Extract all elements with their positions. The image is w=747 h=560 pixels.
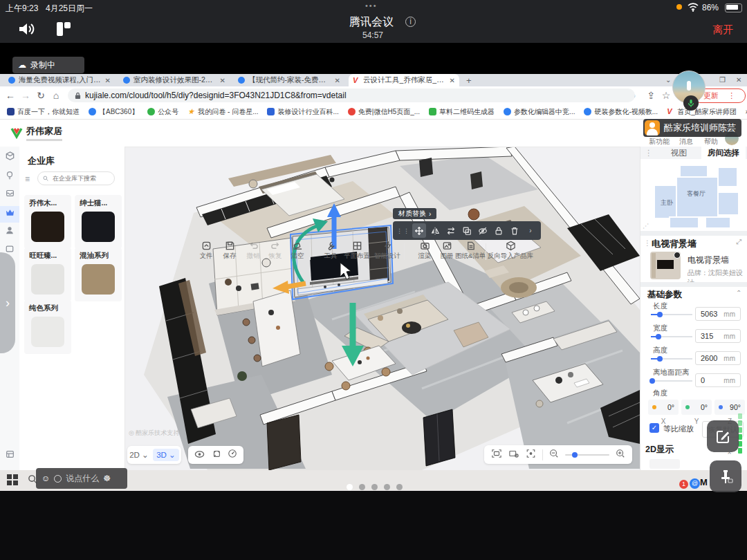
mirror-icon[interactable] — [428, 223, 442, 238]
walk-speed-icon[interactable] — [228, 449, 237, 461]
meeting-chat-bar[interactable]: ☺ 说点什么 ☸ — [36, 468, 127, 489]
3d-viewport-scene[interactable] — [124, 147, 640, 470]
model-library-icon[interactable] — [0, 151, 19, 164]
tab-close-icon[interactable]: ✕ — [105, 77, 111, 84]
mode-3d-button[interactable]: 3D ⌄ — [153, 449, 179, 461]
material-card[interactable]: 绅士猫... — [75, 195, 122, 249]
share-icon[interactable]: ⇪ — [643, 90, 658, 101]
zoom-in-icon[interactable] — [616, 449, 625, 461]
copy-icon[interactable] — [460, 223, 474, 238]
list-view-icon[interactable]: ≡ — [25, 174, 30, 184]
window-close-icon[interactable]: ✕ — [736, 76, 741, 84]
page-dot[interactable] — [371, 484, 378, 490]
tab-close-icon[interactable]: ✕ — [335, 77, 340, 84]
emoji-icon[interactable]: ☺ — [42, 474, 50, 483]
bookmark[interactable]: 参数化编辑器中竞... — [504, 107, 575, 117]
bookmark-star-icon[interactable]: ☆ — [658, 90, 674, 101]
enterprise-crown-icon[interactable] — [0, 207, 19, 220]
pin-tool[interactable] — [710, 460, 741, 492]
back-icon[interactable]: ← — [3, 90, 18, 101]
delete-trash-icon[interactable] — [508, 223, 522, 238]
page-dot[interactable] — [396, 484, 403, 490]
drag-handle-icon[interactable]: ⋮⋮ — [396, 223, 410, 238]
zoom-slider[interactable] — [565, 454, 609, 456]
page-dot[interactable] — [384, 484, 390, 490]
window-restore-icon[interactable]: ❐ — [719, 76, 726, 84]
bookmark[interactable]: 草料二维码生成器 — [429, 107, 495, 117]
resize-handle-icon[interactable]: ⋱ — [643, 223, 649, 230]
orbit-cube-icon[interactable] — [212, 449, 221, 461]
bookmark[interactable]: V首页_酷家乐讲师团 — [667, 107, 737, 117]
menu-plan-layout[interactable]: 平面布置 — [342, 241, 372, 261]
camera-settings-icon[interactable] — [508, 449, 519, 461]
angle-y-input[interactable]: 0° — [681, 400, 712, 415]
info-icon[interactable]: i — [405, 17, 416, 27]
angle-x-input[interactable]: 0° — [648, 400, 679, 415]
bookmark[interactable]: 百度一下，你就知道 — [7, 107, 80, 117]
record-circle-icon[interactable] — [54, 475, 62, 483]
tab-room-select[interactable]: 房间选择 — [701, 147, 746, 159]
reload-icon[interactable]: ↻ — [33, 90, 48, 101]
hide-eye-icon[interactable] — [476, 223, 490, 238]
leave-button[interactable]: 离开 — [712, 24, 733, 37]
section-drag-dots[interactable]: ⋮ — [644, 239, 651, 247]
move-icon[interactable] — [412, 223, 426, 238]
param-input[interactable]: 2600mm — [695, 351, 741, 365]
tray-at-icon[interactable]: @ — [690, 478, 700, 489]
tab-close-icon[interactable]: ✕ — [450, 77, 455, 84]
notification-badge[interactable]: 1 — [679, 480, 688, 489]
link-messages[interactable]: 消息 — [679, 137, 693, 147]
material-card[interactable]: 混油系列 — [75, 248, 122, 301]
settings-panel-icon[interactable] — [0, 449, 19, 462]
material-drawer-icon[interactable] — [0, 188, 19, 200]
fan-icon[interactable]: ☸ — [103, 474, 111, 483]
bookmark[interactable]: 公众号 — [147, 107, 178, 117]
swap-icon[interactable] — [444, 223, 458, 238]
zoom-out-icon[interactable] — [549, 449, 559, 461]
annotation-pencil-tool[interactable] — [707, 420, 739, 452]
menu-clear[interactable]: 清空 — [282, 241, 313, 261]
tab-4-active[interactable]: V 云设计工具_乔伟家居_原创设计✕ — [349, 74, 459, 86]
tab-2[interactable]: 室内装修设计效果图-2022装修✕ — [119, 74, 230, 86]
bookmark[interactable]: ★我的问卷 - 问卷星... — [187, 107, 258, 117]
home-icon[interactable]: ⌂ — [48, 90, 64, 101]
tab-close-icon[interactable]: ✕ — [220, 77, 225, 84]
link-help[interactable]: 帮助 — [704, 137, 718, 147]
param-input[interactable]: 5063mm — [695, 307, 741, 321]
bookmark[interactable]: 硬装参数化-视频教... — [584, 107, 658, 117]
collapse-icon[interactable]: ⌃ — [736, 289, 741, 297]
tab-search-chevron[interactable]: ⌄ — [665, 76, 671, 84]
menu-smart-design[interactable]: 智能设计 — [372, 241, 403, 261]
param-slider[interactable] — [651, 358, 692, 360]
first-person-eye-icon[interactable] — [194, 449, 205, 461]
layout-icon[interactable] — [55, 21, 72, 40]
link-new-features[interactable]: 新功能 — [649, 137, 670, 147]
item-thumbnail[interactable] — [650, 252, 681, 279]
speaker-icon[interactable] — [18, 21, 36, 40]
param-input[interactable]: 315mm — [695, 329, 741, 343]
start-button-icon[interactable] — [7, 474, 18, 485]
angle-z-input[interactable]: 90° — [714, 400, 745, 415]
context-menu-label[interactable]: 材质替换› — [393, 208, 436, 219]
panel-drag-dots[interactable]: ⋮ — [645, 147, 653, 159]
param-slider[interactable] — [651, 380, 692, 382]
scale-checkbox[interactable]: ✓ — [649, 423, 659, 433]
bookmark[interactable]: 免费|微信H5页面_... — [348, 107, 420, 117]
forward-icon[interactable]: → — [18, 90, 33, 101]
tab-3[interactable]: 【现代简约-家装-免费】装修设计✕ — [234, 74, 344, 86]
floorplan-thumbnail[interactable]: 主卧 客餐厅 — [649, 165, 746, 231]
menu-import-library[interactable]: 反向导入产品库 — [480, 241, 541, 261]
page-dot-active[interactable] — [347, 484, 353, 490]
page-dot[interactable] — [359, 484, 365, 490]
my-profile-icon[interactable] — [0, 225, 19, 238]
focus-center-icon[interactable] — [526, 449, 536, 461]
bookmark[interactable]: 【ABC360】 — [89, 107, 138, 117]
expand-icon[interactable]: ⤢ — [736, 238, 741, 246]
param-slider[interactable] — [651, 336, 692, 337]
collapse-tools-chevron[interactable]: ⌃ — [726, 451, 732, 460]
library-search[interactable] — [37, 171, 115, 185]
3d-viewport[interactable] — [124, 147, 640, 470]
toolbar-more-icon[interactable]: › — [524, 223, 537, 238]
address-bar[interactable]: kujiale.com/cloud/tool/h5/diy?designid=3… — [68, 88, 635, 102]
tab-view[interactable]: 视图 — [671, 147, 687, 159]
